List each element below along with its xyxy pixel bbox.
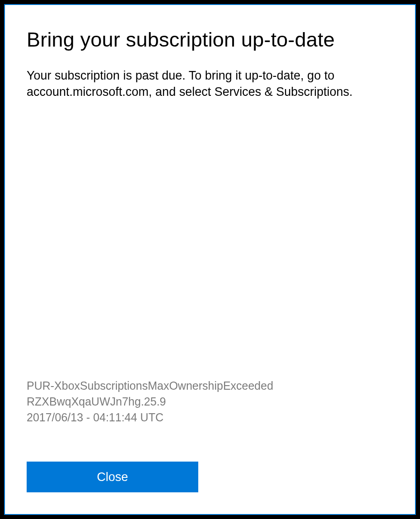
error-code: PUR-XboxSubscriptionsMaxOwnershipExceede…: [27, 378, 393, 394]
close-button[interactable]: Close: [27, 462, 198, 492]
dialog-message: Your subscription is past due. To bring …: [27, 67, 393, 100]
spacer: [27, 109, 393, 378]
error-timestamp: 2017/06/13 - 04:11:44 UTC: [27, 410, 393, 425]
subscription-dialog: Bring your subscription up-to-date Your …: [4, 4, 416, 515]
error-details: PUR-XboxSubscriptionsMaxOwnershipExceede…: [27, 378, 393, 425]
dialog-title: Bring your subscription up-to-date: [27, 28, 393, 52]
error-id: RZXBwqXqaUWJn7hg.25.9: [27, 394, 393, 410]
